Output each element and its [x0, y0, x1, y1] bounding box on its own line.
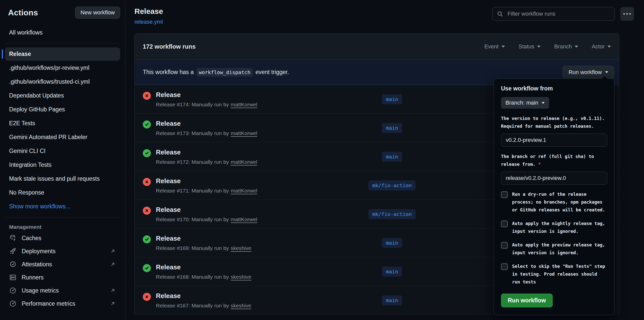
panel-title: Use workflow from	[501, 85, 607, 92]
workflow-dispatch-code: workflow_dispatch	[196, 68, 253, 77]
workflow-options-kebab-button[interactable]	[620, 7, 634, 21]
branch-badge[interactable]: main	[382, 94, 402, 104]
sidebar-item-deploy-github-pages[interactable]: Deploy GitHub Pages	[5, 103, 120, 116]
actor-link[interactable]: mattKorwel	[231, 130, 257, 136]
filter-branch-dropdown[interactable]: Branch	[554, 43, 578, 50]
run-title-link[interactable]: Release	[156, 148, 181, 156]
actor-link[interactable]: mattKorwel	[231, 216, 257, 222]
skip-tests-checkbox-row: Select to skip the "Run Tests" step in t…	[501, 263, 607, 286]
new-workflow-button[interactable]: New workflow	[75, 7, 120, 19]
external-link-icon	[109, 300, 116, 307]
version-input[interactable]	[501, 134, 607, 147]
actor-link[interactable]: mattKorwel	[231, 102, 257, 108]
sidebar-item-runners[interactable]: Runners	[5, 271, 120, 284]
search-icon	[496, 10, 503, 17]
ref-input[interactable]	[501, 172, 607, 185]
skip-tests-checkbox[interactable]	[501, 263, 508, 270]
run-status-failure-icon	[143, 207, 151, 215]
run-title-link[interactable]: Release	[156, 91, 181, 99]
actor-link[interactable]: mattKorwel	[231, 188, 257, 194]
actor-link[interactable]: skeshive	[231, 245, 251, 251]
filter-runs-input[interactable]	[507, 10, 610, 17]
meter-icon	[9, 287, 17, 294]
sidebar-item-integration-tests[interactable]: Integration Tests	[5, 158, 120, 172]
preview-tag-checkbox-row: Auto apply the preview release tag, inpu…	[501, 241, 607, 257]
page-title: Release	[134, 7, 163, 16]
actor-link[interactable]: skeshive	[231, 303, 251, 309]
branch-badge[interactable]: main	[382, 123, 402, 133]
sidebar-item-pr-review[interactable]: .github/workflows/pr-review.yml	[5, 61, 120, 75]
sidebar-item-performance-metrics[interactable]: Performance metrics	[5, 297, 120, 310]
sidebar-item-label: Performance metrics	[22, 300, 75, 307]
branch-badge[interactable]: mk/fix-action	[368, 209, 416, 219]
run-title-link[interactable]: Release	[156, 120, 181, 127]
sidebar-item-label: Attestations	[22, 261, 52, 268]
run-description: Release #173: Manually run by mattKorwel	[156, 130, 257, 136]
sidebar-item-all-workflows[interactable]: All workflows	[5, 26, 120, 39]
chevron-down-icon	[537, 46, 541, 48]
actor-link[interactable]: mattKorwel	[231, 159, 257, 165]
sidebar-item-release[interactable]: Release	[5, 47, 120, 61]
sidebar-item-trusted-ci[interactable]: .github/workflows/trusted-ci.yml	[5, 75, 120, 88]
run-description: Release #169: Manually run by skeshive	[156, 245, 251, 251]
run-status-success-icon	[143, 264, 151, 272]
preview-tag-checkbox[interactable]	[501, 242, 508, 249]
sidebar-header: Actions New workflow	[5, 7, 120, 19]
filter-event-dropdown[interactable]: Event	[484, 43, 505, 50]
run-workflow-panel: Use workflow from Branch: main The versi…	[494, 78, 614, 315]
branch-badge[interactable]: main	[382, 152, 402, 162]
run-status-success-icon	[143, 235, 151, 243]
run-title-link[interactable]: Release	[156, 292, 181, 300]
run-title-link[interactable]: Release	[156, 263, 181, 271]
chevron-down-icon	[607, 46, 611, 48]
run-status-failure-icon	[143, 92, 151, 100]
run-title-link[interactable]: Release	[156, 235, 181, 242]
branch-selector-button[interactable]: Branch: main	[501, 97, 549, 109]
external-link-icon	[109, 261, 116, 268]
branch-badge[interactable]: main	[382, 238, 402, 248]
ref-input-label: The branch or ref (full git sha) to rele…	[501, 153, 607, 168]
chevron-down-icon	[501, 46, 505, 48]
sidebar-item-deployments[interactable]: Deployments	[5, 245, 120, 258]
nightly-tag-checkbox-row: Auto apply the nightly release tag, inpu…	[501, 220, 607, 235]
run-description: Release #174: Manually run by mattKorwel	[156, 102, 257, 108]
sidebar-item-dependabot-updates[interactable]: Dependabot Updates	[5, 89, 120, 102]
workflow-file-link[interactable]: release.yml	[134, 19, 163, 25]
sidebar-item-gemini-cli-ci[interactable]: Gemini CLI CI	[5, 144, 120, 158]
cache-icon	[9, 234, 17, 242]
run-title-link[interactable]: Release	[156, 206, 181, 214]
sidebar-divider	[6, 43, 120, 43]
filter-status-dropdown[interactable]: Status	[519, 43, 541, 50]
sidebar-item-caches[interactable]: Caches	[5, 232, 120, 245]
filter-runs-searchbox[interactable]	[492, 7, 615, 21]
show-more-workflows-link[interactable]: Show more workflows...	[5, 200, 120, 213]
run-status-failure-icon	[143, 293, 151, 301]
sidebar-item-e2e-tests[interactable]: E2E Tests	[5, 117, 120, 130]
sidebar-item-mark-stale[interactable]: Mark stale issues and pull requests	[5, 172, 120, 185]
chevron-down-icon	[542, 102, 545, 104]
run-description: Release #170: Manually run by mattKorwel	[156, 216, 257, 222]
branch-badge[interactable]: main	[382, 295, 402, 305]
meter-icon	[9, 300, 17, 307]
run-workflow-submit-button[interactable]: Run workflow	[501, 294, 553, 307]
sidebar-item-attestations[interactable]: Attestations	[5, 258, 120, 271]
sidebar-item-no-response[interactable]: No Response	[5, 186, 120, 199]
sidebar-item-label: Deployments	[22, 248, 55, 255]
dry-run-checkbox[interactable]	[501, 191, 508, 198]
run-description: Release #171: Manually run by mattKorwel	[156, 188, 257, 194]
run-title-link[interactable]: Release	[156, 177, 181, 185]
nightly-tag-checkbox[interactable]	[501, 220, 508, 227]
sidebar-item-gemini-automated-pr-labeler[interactable]: Gemini Automated PR Labeler	[5, 131, 120, 144]
banner-text: This workflow has a workflow_dispatch ev…	[143, 68, 289, 77]
runs-list-header: 172 workflow runs Event Status Branch Ac…	[135, 34, 619, 60]
branch-badge[interactable]: main	[382, 267, 402, 277]
filter-actor-dropdown[interactable]: Actor	[592, 43, 611, 50]
branch-badge[interactable]: mk/fix-action	[368, 180, 416, 190]
run-status-success-icon	[143, 120, 151, 129]
run-status-success-icon	[143, 149, 151, 157]
actor-link[interactable]: skeshive	[231, 274, 251, 280]
sidebar-item-usage-metrics[interactable]: Usage metrics	[5, 284, 120, 297]
verified-icon	[9, 261, 17, 268]
run-description: Release #167: Manually run by skeshive	[156, 303, 251, 309]
dry-run-checkbox-row: Run a dry-run of the release process; no…	[501, 190, 607, 214]
